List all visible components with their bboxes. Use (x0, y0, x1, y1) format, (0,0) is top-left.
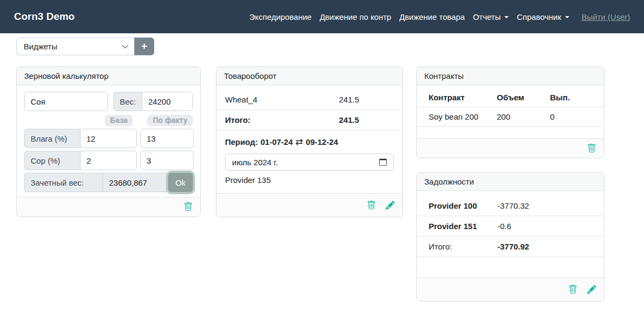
trash-icon (367, 201, 376, 210)
month-picker-value: июль 2024 г. (232, 158, 278, 167)
nav-item-reports-label: Отчеты (473, 12, 501, 21)
calculate-ok-button[interactable]: Ok (168, 173, 193, 192)
logout-link[interactable]: Выйти (User) (582, 12, 630, 21)
debts-body: Provider 100 -3770.32 Provider 151 -0.6 … (417, 191, 604, 277)
trash-icon (568, 285, 577, 294)
turnover-footer (216, 193, 402, 217)
month-picker-input[interactable]: июль 2024 г. (225, 153, 394, 171)
debt-provider-value: -3770.32 (497, 201, 529, 210)
delete-widget-button[interactable] (184, 202, 193, 211)
debts-total-row: Итого: -3770.92 (417, 237, 604, 257)
period-to: 09-12-24 (306, 137, 338, 146)
table-row: Soy bean 200 200 0 (417, 107, 604, 127)
debts-title: Задолжности (417, 173, 604, 191)
debts-total-label: Итого: (429, 242, 497, 251)
chevron-down-icon (121, 43, 129, 50)
trash-icon (587, 144, 596, 153)
delete-widget-button[interactable] (587, 144, 596, 153)
contracts-col-done: Вып. (550, 88, 604, 107)
contracts-header-row: Контракт Объем Вып. (417, 88, 604, 107)
nav-items: Экспедирование Движение по контр Движени… (249, 12, 630, 21)
calendar-icon (379, 158, 387, 166)
turnover-row: Wheat_4 241.5 (216, 90, 402, 110)
swap-arrows-icon: ⇄ (295, 137, 303, 146)
turnover-card: Товарооборот Wheat_4 241.5 Итого: 241.5 … (216, 67, 403, 217)
add-widget-button[interactable]: + (134, 38, 154, 55)
turnover-item-value: 241.5 (339, 95, 359, 104)
debt-provider-name: Provider 100 (429, 201, 497, 210)
moisture-base-input[interactable] (80, 129, 137, 148)
widgets-select-value: Виджеты (24, 42, 57, 51)
contracts-col-volume: Объем (497, 88, 550, 107)
contracts-col-contract: Контракт (417, 88, 497, 107)
widget-bar: Виджеты + (16, 38, 644, 55)
net-weight-value (103, 173, 168, 192)
contracts-card: Контракты Контракт Объем Вып. Soy bean 2… (416, 67, 604, 158)
widgets-select[interactable]: Виджеты (16, 38, 134, 55)
period-from: 01-07-24 (261, 137, 293, 146)
moisture-label: Влага (%) (24, 129, 80, 148)
debt-row: Provider 100 -3770.32 (417, 196, 604, 216)
period-label: Период: (225, 137, 258, 146)
pencil-icon (386, 201, 395, 210)
widgets-area: Зерновой калькулятор Вес: База По факту … (0, 67, 644, 302)
delete-widget-button[interactable] (367, 201, 376, 210)
debt-provider-name: Provider 151 (429, 222, 497, 231)
nav-item-expedition[interactable]: Экспедирование (249, 12, 312, 21)
provider-label: Provider 135 (216, 174, 402, 193)
grain-calculator-title: Зерновой калькулятор (17, 67, 200, 85)
contracts-table: Контракт Объем Вып. Soy bean 200 200 0 (417, 88, 604, 127)
contracts-title: Контракты (417, 67, 604, 85)
trash-icon (184, 202, 193, 211)
debts-footer (417, 277, 604, 301)
nav-item-directory-label: Справочник (517, 12, 561, 21)
period-line: Период: 01-07-24 ⇄ 09-12-24 (216, 130, 402, 152)
weight-input[interactable] (142, 92, 193, 111)
nav-item-contract-movement[interactable]: Движение по контр (320, 12, 391, 21)
turnover-body: Wheat_4 241.5 Итого: 241.5 Период: 01-07… (216, 85, 402, 193)
contracts-footer (417, 138, 604, 158)
debts-total-value: -3770.92 (497, 242, 529, 251)
app-brand[interactable]: Corn3 Demo (14, 11, 75, 23)
nav-item-reports-dropdown[interactable]: Отчеты (473, 12, 509, 21)
nav-item-goods-movement[interactable]: Движение товара (399, 12, 465, 21)
base-column-badge: База (105, 115, 133, 126)
nav-item-directory-dropdown[interactable]: Справочник (517, 12, 569, 21)
caret-down-icon (504, 16, 509, 18)
edit-widget-button[interactable] (386, 201, 395, 210)
contracts-body: Контракт Объем Вып. Soy bean 200 200 0 (417, 88, 604, 138)
debt-row: Provider 151 -0.6 (417, 216, 604, 237)
contract-name: Soy bean 200 (417, 107, 497, 127)
impurity-base-input[interactable] (80, 151, 137, 170)
grain-calculator-footer (17, 197, 200, 216)
contract-volume: 200 (497, 107, 550, 127)
top-navbar: Corn3 Demo Экспедирование Движение по ко… (0, 0, 644, 33)
edit-widget-button[interactable] (587, 285, 596, 294)
debt-provider-value: -0.6 (497, 222, 511, 231)
turnover-title: Товарооборот (216, 67, 402, 85)
delete-widget-button[interactable] (568, 285, 577, 294)
caret-down-icon (565, 16, 569, 18)
turnover-total-label: Итого: (225, 115, 339, 124)
grain-calculator-card: Зерновой калькулятор Вес: База По факту … (16, 67, 201, 217)
moisture-fact-input[interactable] (140, 129, 194, 148)
debts-card: Задолжности Provider 100 -3770.32 Provid… (416, 172, 604, 302)
weight-label: Вес: (113, 92, 142, 111)
crop-input[interactable] (24, 92, 108, 111)
fact-column-badge: По факту (147, 115, 193, 126)
grain-calculator-body: Вес: База По факту Влага (%) (17, 85, 200, 197)
contract-done: 0 (550, 107, 604, 127)
turnover-total-value: 241.5 (339, 115, 359, 124)
turnover-item-name: Wheat_4 (225, 95, 339, 104)
impurity-fact-input[interactable] (140, 151, 194, 170)
impurity-label: Сор (%) (24, 151, 80, 170)
pencil-icon (587, 285, 596, 294)
turnover-total-row: Итого: 241.5 (216, 110, 402, 130)
net-weight-label: Зачетный вес: (24, 173, 103, 192)
